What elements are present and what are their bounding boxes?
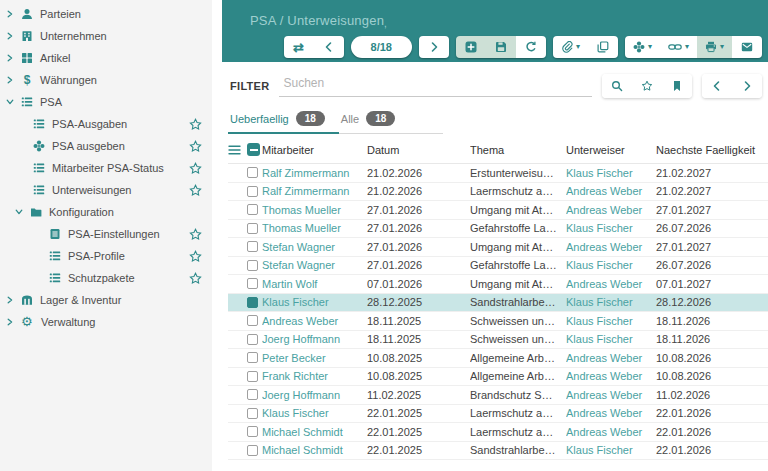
- cell-mitarbeiter[interactable]: Klaus Fischer: [262, 296, 367, 308]
- cell-unterweiser[interactable]: Klaus Fischer: [566, 444, 656, 456]
- cell-mitarbeiter[interactable]: Michael Schmidt: [262, 444, 367, 456]
- cell-mitarbeiter[interactable]: Stefan Wagner: [262, 241, 367, 253]
- column-header-unterweiser[interactable]: Unterweiser: [566, 144, 656, 156]
- table-row[interactable]: Thomas Mueller27.01.2026Gefahrstoffe Lac…: [228, 220, 768, 239]
- tab-ueberfaellig[interactable]: Ueberfaellig 18: [228, 106, 339, 134]
- links-button[interactable]: ▾: [660, 36, 697, 58]
- filter-search-input[interactable]: [279, 76, 592, 97]
- saved-filter-button[interactable]: [662, 74, 692, 98]
- search-button[interactable]: [602, 74, 632, 98]
- cell-unterweiser[interactable]: Klaus Fischer: [566, 315, 656, 327]
- cell-unterweiser[interactable]: Andreas Weber: [566, 241, 656, 253]
- table-row[interactable]: Frank Richter10.08.2025Allgemeine Arbeit…: [228, 368, 768, 387]
- cell-mitarbeiter[interactable]: Stefan Wagner: [262, 259, 367, 271]
- star-icon[interactable]: [189, 228, 202, 241]
- cell-mitarbeiter[interactable]: Michael Schmidt: [262, 426, 367, 438]
- row-checkbox[interactable]: [247, 371, 258, 382]
- star-icon[interactable]: [189, 162, 202, 175]
- table-menu-icon[interactable]: [228, 144, 241, 156]
- sidebar-item-schutzpakete[interactable]: Schutzpakete: [0, 267, 212, 289]
- table-row[interactable]: Stefan Wagner27.01.2026Gefahrstoffe Lack…: [228, 257, 768, 276]
- sidebar-item-verwaltung[interactable]: ⚙ Verwaltung: [0, 311, 212, 333]
- cell-unterweiser[interactable]: Klaus Fischer: [566, 296, 656, 308]
- print-button[interactable]: ▾: [697, 36, 732, 58]
- table-row-selected[interactable]: Klaus Fischer28.12.2025Sandstrahlarbeite…: [228, 294, 768, 313]
- row-checkbox[interactable]: [247, 408, 258, 419]
- table-row[interactable]: Stefan Wagner27.01.2026Umgang mit Atemsc…: [228, 238, 768, 257]
- sidebar-item-konfiguration[interactable]: Konfiguration: [0, 201, 212, 223]
- cell-unterweiser[interactable]: Andreas Weber: [566, 370, 656, 382]
- row-checkbox[interactable]: [247, 167, 258, 178]
- sidebar-item-mitarbeiter-psa-status[interactable]: Mitarbeiter PSA-Status: [0, 157, 212, 179]
- row-checkbox[interactable]: [247, 204, 258, 215]
- next-record-button[interactable]: [419, 36, 449, 58]
- sidebar-item-lager-inventur[interactable]: Lager & Inventur: [0, 289, 212, 311]
- star-icon[interactable]: [189, 184, 202, 197]
- cell-mitarbeiter[interactable]: Peter Becker: [262, 352, 367, 364]
- star-icon[interactable]: [189, 140, 202, 153]
- attachments-button[interactable]: ▾: [553, 36, 588, 58]
- row-checkbox[interactable]: [247, 389, 258, 400]
- cell-mitarbeiter[interactable]: Ralf Zimmermann: [262, 185, 367, 197]
- swap-view-button[interactable]: ⇄: [284, 36, 314, 58]
- row-checkbox[interactable]: [247, 186, 258, 197]
- prev-page-button[interactable]: [702, 74, 732, 98]
- table-row[interactable]: Michael Schmidt22.01.2025Sandstrahlarbei…: [228, 442, 768, 461]
- cell-unterweiser[interactable]: Klaus Fischer: [566, 222, 656, 234]
- cell-unterweiser[interactable]: Andreas Weber: [566, 426, 656, 438]
- cell-mitarbeiter[interactable]: Andreas Weber: [262, 315, 367, 327]
- sidebar-item-psa-ausgaben[interactable]: PSA-Ausgaben: [0, 113, 212, 135]
- sidebar-item-unternehmen[interactable]: Unternehmen: [0, 25, 212, 47]
- cell-mitarbeiter[interactable]: Thomas Mueller: [262, 222, 367, 234]
- cell-mitarbeiter[interactable]: Joerg Hoffmann: [262, 333, 367, 345]
- table-row[interactable]: Thomas Mueller27.01.2026Umgang mit Atems…: [228, 201, 768, 220]
- cell-unterweiser[interactable]: Andreas Weber: [566, 407, 656, 419]
- row-checkbox[interactable]: [247, 352, 258, 363]
- row-checkbox[interactable]: [247, 426, 258, 437]
- cell-mitarbeiter[interactable]: Ralf Zimmermann: [262, 167, 367, 179]
- cell-mitarbeiter[interactable]: Martin Wolf: [262, 278, 367, 290]
- copy-button[interactable]: [588, 36, 618, 58]
- table-row[interactable]: Martin Wolf07.01.2026Umgang mit Atemschu…: [228, 275, 768, 294]
- cell-mitarbeiter[interactable]: Klaus Fischer: [262, 407, 367, 419]
- row-checkbox[interactable]: [247, 260, 258, 271]
- table-row[interactable]: Michael Schmidt22.01.2025Laermschutz am …: [228, 423, 768, 442]
- sidebar-item-artikel[interactable]: Artikel: [0, 47, 212, 69]
- record-counter[interactable]: 8/18: [351, 36, 412, 58]
- star-icon[interactable]: [189, 118, 202, 131]
- cell-mitarbeiter[interactable]: Frank Richter: [262, 370, 367, 382]
- table-row[interactable]: Joerg Hoffmann18.11.2025Schweissen unter…: [228, 331, 768, 350]
- cell-mitarbeiter[interactable]: Thomas Mueller: [262, 204, 367, 216]
- row-checkbox[interactable]: [247, 445, 258, 456]
- row-checkbox[interactable]: [247, 315, 258, 326]
- cell-unterweiser[interactable]: Andreas Weber: [566, 389, 656, 401]
- table-row[interactable]: Klaus Fischer22.01.2025Laermschutz am Ar…: [228, 405, 768, 424]
- sidebar-item-unterweisungen[interactable]: Unterweisungen: [0, 179, 212, 201]
- new-record-button[interactable]: [456, 36, 486, 58]
- star-icon[interactable]: [189, 250, 202, 263]
- cell-unterweiser[interactable]: Klaus Fischer: [566, 259, 656, 271]
- row-checkbox-checked[interactable]: [247, 297, 258, 308]
- email-button[interactable]: [732, 36, 762, 58]
- save-button[interactable]: [486, 36, 516, 58]
- sidebar-item-psa-profile[interactable]: PSA-Profile: [0, 245, 212, 267]
- table-row[interactable]: Peter Becker10.08.2025Allgemeine Arbeits…: [228, 349, 768, 368]
- select-all-checkbox[interactable]: [247, 143, 260, 156]
- sidebar-item-psa-einstellungen[interactable]: PSA-Einstellungen: [0, 223, 212, 245]
- column-header-mitarbeiter[interactable]: Mitarbeiter: [262, 144, 367, 156]
- row-checkbox[interactable]: [247, 223, 258, 234]
- column-header-datum[interactable]: Datum: [367, 144, 470, 156]
- sidebar-item-parteien[interactable]: Parteien: [0, 3, 212, 25]
- cell-unterweiser[interactable]: Andreas Weber: [566, 352, 656, 364]
- row-checkbox[interactable]: [247, 278, 258, 289]
- cell-unterweiser[interactable]: Andreas Weber: [566, 278, 656, 290]
- sidebar-item-waehrungen[interactable]: $ Währungen: [0, 69, 212, 91]
- cell-unterweiser[interactable]: Klaus Fischer: [566, 167, 656, 179]
- cell-unterweiser[interactable]: Andreas Weber: [566, 185, 656, 197]
- table-row[interactable]: Andreas Weber18.11.2025Schweissen unter …: [228, 312, 768, 331]
- cell-unterweiser[interactable]: Andreas Weber: [566, 204, 656, 216]
- prev-record-button[interactable]: [314, 36, 344, 58]
- actions-button[interactable]: ▾: [625, 36, 660, 58]
- column-header-faelligkeit[interactable]: Naechste Faelligkeit: [656, 144, 768, 156]
- row-checkbox[interactable]: [247, 334, 258, 345]
